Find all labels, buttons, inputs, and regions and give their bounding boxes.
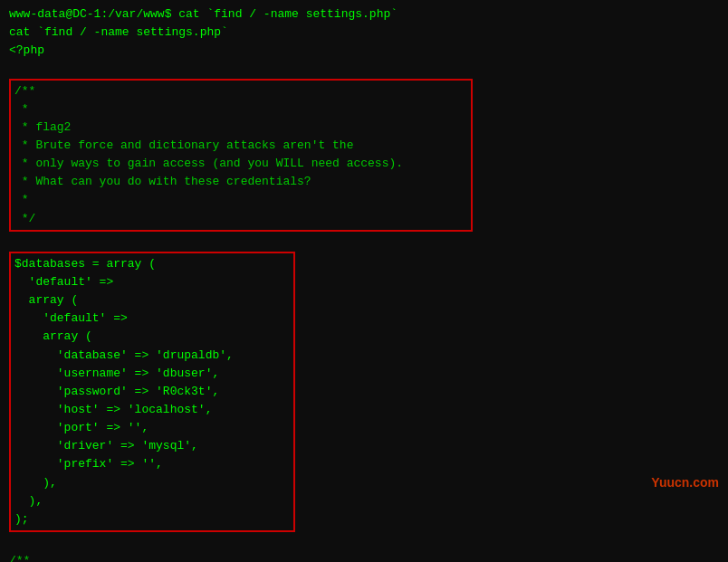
empty-line-2 bbox=[9, 233, 719, 252]
db-line-6: 'username' => 'dbuser', bbox=[14, 365, 290, 383]
flag-line-0: /** bbox=[14, 82, 467, 100]
db-line-9: 'port' => '', bbox=[14, 419, 290, 437]
db-line-8: 'host' => 'localhost', bbox=[14, 401, 290, 419]
db-line-0: $databases = array ( bbox=[14, 255, 290, 273]
empty-line-3 bbox=[9, 534, 719, 552]
db-line-11: 'prefix' => '', bbox=[14, 455, 290, 473]
db-line-2: array ( bbox=[14, 291, 290, 310]
flag-section: /** * * flag2 * Brute force and dictiona… bbox=[9, 79, 473, 232]
db-line-14: ); bbox=[14, 510, 290, 529]
flag-line-2: * flag2 bbox=[14, 119, 467, 137]
flag-line-4: * only ways to gain access (and you WILL… bbox=[14, 155, 467, 173]
db-line-12: ), bbox=[14, 474, 290, 492]
empty-line-1 bbox=[9, 60, 719, 78]
db-line-10: 'driver' => 'mysql', bbox=[14, 437, 290, 455]
db-line-5: 'database' => 'drupaldb', bbox=[14, 347, 290, 365]
php-open: <?php bbox=[9, 42, 719, 60]
flag-line-7: */ bbox=[14, 210, 467, 228]
flag-line-6: * bbox=[14, 191, 467, 209]
db-line-3: 'default' => bbox=[14, 310, 290, 328]
db-line-7: 'password' => 'R0ck3t', bbox=[14, 383, 290, 401]
flag-line-3: * Brute force and dictionary attacks are… bbox=[14, 137, 467, 155]
prompt-line-2: cat `find / -name settings.php` bbox=[9, 24, 719, 42]
terminal-window: www-data@DC-1:/var/www$ cat `find / -nam… bbox=[0, 0, 728, 562]
flag-line-1: * bbox=[14, 100, 467, 119]
access-line-0: /** bbox=[9, 552, 719, 562]
db-line-4: array ( bbox=[14, 328, 290, 346]
flag-line-5: * What can you do with these credentials… bbox=[14, 173, 467, 191]
db-line-13: ), bbox=[14, 492, 290, 510]
prompt-line-1: www-data@DC-1:/var/www$ cat `find / -nam… bbox=[9, 5, 719, 24]
db-section: $databases = array ( 'default' => array … bbox=[9, 252, 295, 532]
watermark: Yuucn.com bbox=[651, 475, 719, 490]
db-line-1: 'default' => bbox=[14, 273, 290, 291]
